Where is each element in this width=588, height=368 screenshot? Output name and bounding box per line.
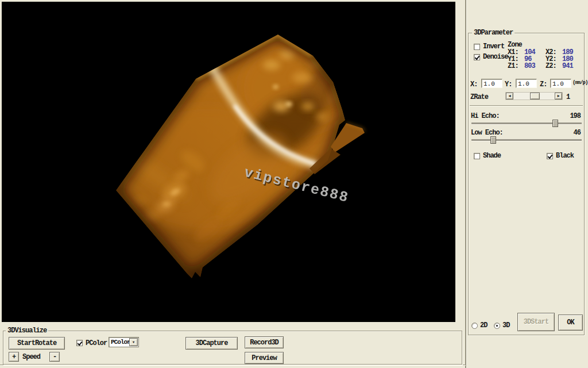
mode-3d-label: 3D: [502, 321, 509, 329]
visualize-group-title: 3DVisualize: [6, 327, 48, 335]
app-window: vipstore888 vipstore888 3DParameter Inve…: [0, 0, 588, 368]
start-rotate-button[interactable]: StartRotate: [9, 337, 65, 350]
section-separator: [470, 105, 583, 106]
scale-z-input[interactable]: [550, 79, 571, 88]
pcolor-dropdown-value: PColor: [111, 339, 130, 346]
panel-divider: [465, 0, 466, 368]
zrate-left-arrow-icon[interactable]: ◄: [506, 93, 513, 99]
scale-y-label: Y:: [505, 80, 512, 89]
denoise-label: Denoise: [483, 53, 508, 61]
hi-echo-slider-track[interactable]: [471, 122, 582, 124]
black-checkbox[interactable]: [547, 153, 553, 159]
pcolor-label: PColor: [86, 339, 107, 347]
ultrasound-volume: vipstore888 vipstore888: [2, 2, 455, 322]
denoise-checkbox[interactable]: [474, 54, 480, 60]
record-3d-button[interactable]: Record3D: [245, 336, 284, 348]
render-canvas[interactable]: vipstore888 vipstore888: [2, 2, 455, 322]
invert-label: Invert: [483, 43, 504, 51]
low-echo-label: Low Echo:: [471, 129, 503, 137]
low-echo-slider-thumb[interactable]: [490, 136, 496, 144]
bottom-divider: [0, 365, 466, 365]
visualize-groupbox: 3DVisualize StartRotate + Speed - PColor…: [3, 331, 462, 365]
scale-y-input[interactable]: [516, 79, 537, 88]
zone-z2-label: Z2:: [546, 62, 556, 70]
invert-checkbox[interactable]: [474, 44, 480, 50]
shade-label: Shade: [483, 152, 501, 160]
mode-2d-radio[interactable]: [471, 323, 478, 329]
shade-checkbox[interactable]: [474, 153, 480, 159]
scale-z-label: Z:: [540, 80, 547, 89]
start-3d-button[interactable]: 3DStart: [517, 313, 555, 331]
hi-echo-slider-thumb[interactable]: [552, 120, 558, 127]
scale-unit-label: (mm/p): [572, 80, 587, 86]
preview-button[interactable]: Preview: [245, 352, 284, 364]
pcolor-checkbox[interactable]: [76, 340, 83, 346]
low-echo-slider-track[interactable]: [471, 139, 582, 141]
speed-minus-button[interactable]: -: [49, 352, 60, 362]
low-echo-slider[interactable]: [471, 136, 582, 144]
zone-z1-value: 803: [524, 62, 535, 70]
speed-label: Speed: [22, 353, 40, 361]
hi-echo-label: Hi Echo:: [471, 112, 500, 120]
zone-z2-value: 941: [562, 62, 573, 70]
parameter-groupbox: 3DParameter Invert Denoise Zone X1: 104 …: [468, 33, 585, 335]
scale-x-label: X:: [470, 80, 477, 89]
scale-x-input[interactable]: [481, 79, 502, 88]
zrate-label: ZRate: [470, 93, 488, 101]
black-label: Black: [556, 152, 574, 160]
zrate-right-arrow-icon[interactable]: ►: [555, 93, 562, 99]
capture-3d-button[interactable]: 3DCapture: [185, 337, 238, 350]
ok-button[interactable]: OK: [558, 315, 583, 331]
parameter-group-title: 3DParameter: [472, 29, 514, 37]
zrate-value: 1: [566, 93, 570, 101]
low-echo-value: 46: [574, 129, 581, 137]
hi-echo-slider[interactable]: [471, 120, 582, 128]
hi-echo-value: 198: [570, 112, 581, 120]
mode-3d-radio[interactable]: [494, 323, 500, 329]
zone-title: Zone: [508, 41, 522, 49]
pcolor-dropdown-arrow-icon[interactable]: ▼: [129, 338, 138, 346]
pcolor-dropdown[interactable]: PColor ▼: [109, 337, 139, 347]
mode-2d-label: 2D: [480, 321, 487, 329]
zrate-thumb[interactable]: [530, 93, 540, 99]
speed-plus-button[interactable]: +: [9, 352, 19, 362]
zrate-scrollbar[interactable]: ◄ ►: [505, 92, 563, 100]
zone-z1-label: Z1:: [508, 62, 519, 70]
